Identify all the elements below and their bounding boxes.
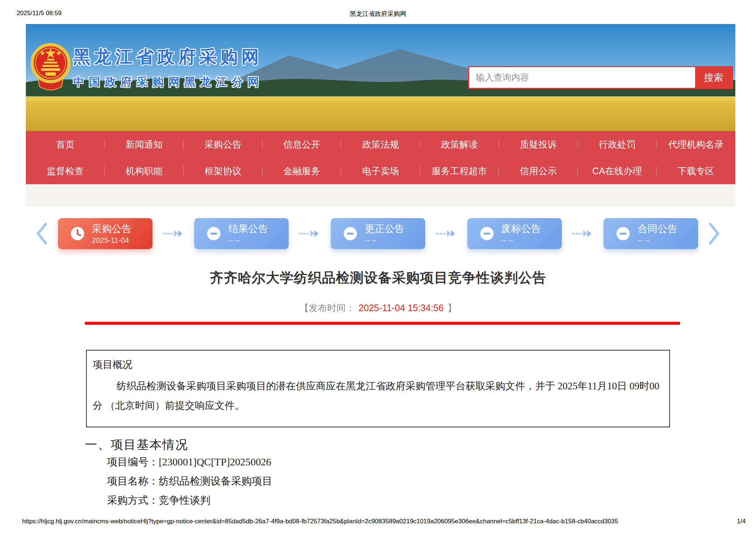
step-card-result-notice[interactable]: 结果公告 -- -- bbox=[194, 218, 289, 249]
publish-time-line: 【发布时间：2025-11-04 15:34:56】 bbox=[0, 302, 756, 314]
step-label: 合同公告 bbox=[638, 223, 677, 234]
minus-circle-icon bbox=[343, 227, 357, 241]
step-date: -- -- bbox=[501, 236, 541, 244]
overview-body: 纺织品检测设备采购项目采购项目的潜在供应商应在黑龙江省政府采购管理平台获取采购文… bbox=[93, 376, 663, 416]
carousel-right-chevron-icon[interactable] bbox=[708, 222, 721, 245]
step-card-cancellation-notice[interactable]: 废标公告 -- -- bbox=[467, 218, 562, 249]
nav-item-admin-penalty[interactable]: 行政处罚 bbox=[578, 138, 657, 151]
nav-item-e-marketplace[interactable]: 电子卖场 bbox=[341, 165, 420, 177]
nav-item-agency-directory[interactable]: 代理机构名录 bbox=[657, 138, 736, 151]
step-label: 更正公告 bbox=[365, 223, 405, 234]
search-bar: 搜索 bbox=[468, 66, 733, 89]
print-timestamp: 2025/11/5 08:59 bbox=[17, 10, 62, 17]
nav-item-info-disclosure[interactable]: 信息公开 bbox=[262, 138, 341, 151]
step-arrow-icon bbox=[435, 229, 457, 238]
print-footer-url: https://hljcg.hlj.gov.cn/maincms-web/not… bbox=[22, 518, 618, 525]
print-header: 2025/11/5 08:59 黑龙江省政府采购网 bbox=[17, 10, 739, 18]
carousel-left-chevron-icon[interactable] bbox=[35, 222, 48, 245]
step-label: 结果公告 bbox=[228, 223, 268, 234]
step-label: 采购公告 bbox=[92, 223, 132, 234]
nav-item-ca-online[interactable]: CA在线办理 bbox=[578, 165, 657, 177]
clock-icon bbox=[71, 227, 85, 241]
nav-item-supervision[interactable]: 监督检查 bbox=[26, 165, 105, 177]
step-label: 废标公告 bbox=[501, 223, 541, 234]
project-details: 项目编号：[230001]QC[TP]20250026 项目名称：纺织品检测设备… bbox=[107, 452, 272, 510]
print-footer-page-number: 1/4 bbox=[737, 518, 746, 525]
publish-label: 【发布时间： bbox=[299, 303, 355, 313]
step-card-correction-notice[interactable]: 更正公告 -- -- bbox=[331, 218, 425, 249]
publish-time: 2025-11-04 15:34:56 bbox=[358, 303, 443, 313]
nav-item-news-notice[interactable]: 新闻通知 bbox=[105, 138, 184, 151]
step-date: -- -- bbox=[365, 236, 405, 244]
site-title: 黑龙江省政府采购网 bbox=[73, 45, 264, 69]
search-input[interactable] bbox=[469, 67, 695, 88]
nav-row-1: 首页 新闻通知 采购公告 信息公开 政策法规 政策解读 质疑投诉 行政处罚 代理… bbox=[26, 131, 735, 158]
step-arrow-icon bbox=[162, 229, 185, 238]
site-subtitle: 中国政府采购网黑龙江分网 bbox=[73, 75, 264, 90]
minus-circle-icon bbox=[480, 227, 494, 241]
search-button[interactable]: 搜索 bbox=[695, 67, 732, 88]
step-card-contract-notice[interactable]: 合同公告 -- -- bbox=[604, 218, 698, 249]
nav-item-credit-publicity[interactable]: 信用公示 bbox=[499, 165, 578, 177]
nav-item-financial-services[interactable]: 金融服务 bbox=[262, 165, 341, 177]
detail-project-number: 项目编号：[230001]QC[TP]20250026 bbox=[107, 452, 272, 472]
notice-step-carousel: 采购公告 2025-11-04 结果公告 -- -- bbox=[0, 213, 756, 254]
detail-procurement-method: 采购方式：竞争性谈判 bbox=[107, 491, 272, 510]
article-title: 齐齐哈尔大学纺织品检测设备采购项目竞争性谈判公告 bbox=[0, 269, 756, 287]
main-nav: 首页 新闻通知 采购公告 信息公开 政策法规 政策解读 质疑投诉 行政处罚 代理… bbox=[26, 131, 735, 184]
nav-item-download-zone[interactable]: 下载专区 bbox=[657, 165, 736, 177]
step-card-procurement-notice[interactable]: 采购公告 2025-11-04 bbox=[58, 218, 152, 249]
print-page-title: 黑龙江省政府采购网 bbox=[350, 10, 406, 18]
project-overview-box: 项目概况 纺织品检测设备采购项目采购项目的潜在供应商应在黑龙江省政府采购管理平台… bbox=[86, 350, 670, 427]
detail-project-name: 项目名称：纺织品检测设备采购项目 bbox=[107, 472, 272, 491]
national-emblem-logo bbox=[30, 40, 71, 96]
site-banner: 黑龙江省政府采购网 中国政府采购网黑龙江分网 搜索 bbox=[26, 24, 735, 131]
nav-item-org-functions[interactable]: 机构职能 bbox=[105, 165, 184, 177]
step-arrow-icon bbox=[571, 229, 594, 238]
nav-item-framework-agreement[interactable]: 框架协议 bbox=[183, 165, 262, 177]
overview-heading: 项目概况 bbox=[93, 357, 663, 372]
step-date: 2025-11-04 bbox=[92, 236, 132, 244]
minus-circle-icon bbox=[616, 227, 630, 241]
red-divider-rule bbox=[85, 322, 680, 325]
nav-item-policy-regulations[interactable]: 政策法规 bbox=[341, 138, 420, 151]
minus-circle-icon bbox=[207, 227, 221, 241]
publish-label-close: 】 bbox=[447, 303, 457, 313]
nav-item-policy-interpretation[interactable]: 政策解读 bbox=[420, 138, 499, 151]
step-date: -- -- bbox=[638, 236, 677, 244]
nav-item-home[interactable]: 首页 bbox=[26, 138, 105, 151]
step-date: -- -- bbox=[228, 236, 268, 244]
banner-titles: 黑龙江省政府采购网 中国政府采购网黑龙江分网 bbox=[73, 45, 264, 90]
step-arrow-icon bbox=[299, 229, 321, 238]
nav-row-2: 监督检查 机构职能 框架协议 金融服务 电子卖场 服务工程超市 信用公示 CA在… bbox=[26, 158, 735, 184]
print-footer: https://hljcg.hlj.gov.cn/maincms-web/not… bbox=[22, 518, 746, 525]
nav-item-complaints[interactable]: 质疑投诉 bbox=[499, 138, 578, 151]
banner-bottom-strip bbox=[26, 184, 735, 206]
nav-item-service-project-mart[interactable]: 服务工程超市 bbox=[420, 165, 499, 177]
section-heading-basic-info: 一、项目基本情况 bbox=[85, 437, 188, 453]
nav-item-procurement-notice[interactable]: 采购公告 bbox=[183, 138, 262, 151]
page: 2025/11/5 08:59 黑龙江省政府采购网 bbox=[0, 0, 756, 534]
